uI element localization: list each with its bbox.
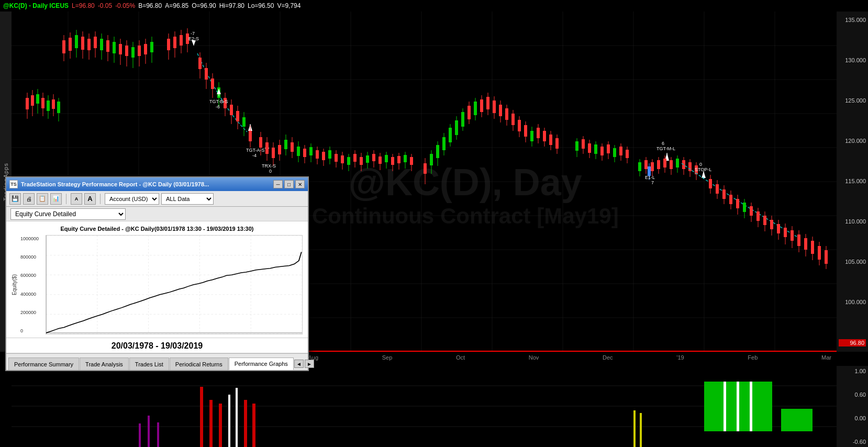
svg-rect-165 [474, 102, 477, 115]
svg-rect-171 [493, 100, 496, 113]
svg-rect-265 [804, 238, 807, 250]
top-bar: @KC(D) - Daily ICEUS L=96.80 -0.05 -0.05… [0, 0, 868, 12]
ts-tabs: Performance Summary Trade Analysis Trade… [6, 353, 308, 370]
volume: V=9,794 [277, 2, 301, 9]
svg-rect-296 [236, 388, 238, 447]
ts-font-small-button[interactable]: A [71, 193, 82, 205]
svg-rect-245 [736, 199, 739, 208]
svg-rect-145 [404, 155, 407, 162]
axis-oct: Oct [456, 354, 465, 365]
tab-trades-list[interactable]: Trades List [129, 357, 169, 370]
svg-rect-123 [335, 154, 338, 162]
ts-tab-next-button[interactable]: ► [305, 360, 314, 368]
svg-rect-75 [198, 58, 202, 69]
svg-rect-293 [209, 400, 213, 447]
svg-rect-306 [46, 236, 302, 334]
svg-rect-87 [230, 105, 233, 115]
svg-text:TGT-A-S: TGT-A-S [246, 148, 265, 153]
svg-rect-95 [249, 131, 252, 141]
ts-titlebar: TS TradeStation Strategy Performance Rep… [6, 177, 308, 191]
ts-chart-container: Equity($) 1000000 800000 600000 400000 2… [12, 235, 303, 334]
price-tick-100: 100.000 [839, 299, 866, 305]
svg-text:E2-S: E2-S [188, 36, 199, 41]
svg-rect-239 [716, 184, 719, 194]
svg-rect-289 [139, 423, 141, 447]
svg-rect-39 [75, 35, 78, 48]
svg-rect-45 [94, 37, 97, 48]
svg-rect-261 [791, 230, 794, 241]
svg-rect-179 [518, 120, 521, 131]
svg-rect-41 [81, 37, 84, 50]
svg-rect-205 [613, 148, 616, 157]
vol-tick-1: 1.00 [839, 368, 866, 374]
svg-text:TRX-S: TRX-S [262, 163, 276, 169]
axis-sep: Sep [382, 354, 393, 365]
svg-rect-191 [555, 138, 559, 149]
ts-restore-button[interactable]: □ [284, 180, 294, 188]
svg-rect-302 [724, 382, 726, 431]
svg-rect-209 [626, 150, 629, 158]
svg-text:-7: -7 [191, 31, 195, 36]
svg-rect-237 [709, 179, 712, 188]
ts-y-ticks-left: 1000000 800000 600000 400000 200000 0 [19, 235, 46, 334]
ts-copy-button[interactable]: 📋 [37, 193, 48, 205]
ts-window-controls[interactable]: ─ □ ✕ [273, 180, 305, 188]
tab-performance-summary[interactable]: Performance Summary [8, 357, 79, 370]
svg-rect-115 [309, 147, 313, 155]
svg-rect-137 [379, 157, 382, 164]
svg-rect-299 [633, 410, 636, 447]
ts-y-axis-label: Equity($) [12, 235, 17, 334]
ts-chart-button[interactable]: 📊 [50, 193, 62, 205]
ts-close-button[interactable]: ✕ [295, 180, 305, 188]
price-pct: -0.05% [115, 2, 135, 9]
svg-text:E1-L: E1-L [645, 175, 655, 180]
open: O=96.90 [192, 2, 216, 9]
ts-account-dropdown[interactable]: Account (USD) [105, 193, 159, 205]
svg-rect-253 [763, 216, 766, 225]
svg-rect-61 [144, 44, 147, 54]
ts-titlebar-left: TS TradeStation Strategy Performance Rep… [9, 180, 209, 188]
svg-rect-159 [455, 120, 458, 135]
svg-rect-49 [106, 40, 109, 52]
svg-rect-91 [242, 117, 246, 127]
ts-minimize-button[interactable]: ─ [273, 180, 283, 188]
ts-tab-prev-button[interactable]: ◄ [294, 360, 304, 368]
ts-font-large-button[interactable]: A [84, 193, 96, 205]
svg-rect-103 [272, 148, 275, 158]
svg-text:7: 7 [651, 180, 654, 185]
svg-rect-51 [113, 42, 116, 53]
svg-rect-77 [205, 68, 208, 80]
svg-rect-290 [148, 416, 150, 447]
svg-rect-215 [638, 162, 641, 171]
svg-rect-35 [62, 40, 65, 53]
svg-rect-31 [52, 99, 55, 109]
svg-rect-219 [651, 162, 654, 171]
ts-data-range-dropdown[interactable]: ALL Data [161, 193, 214, 205]
svg-rect-121 [328, 150, 331, 159]
ts-print-button[interactable]: 🖨 [23, 193, 35, 205]
svg-rect-247 [743, 203, 746, 212]
svg-text:-6: -6 [216, 104, 220, 109]
svg-rect-43 [87, 39, 91, 50]
svg-rect-181 [524, 125, 527, 137]
svg-text:6: 6 [662, 141, 664, 146]
svg-rect-163 [468, 106, 471, 119]
svg-rect-53 [119, 44, 122, 54]
ts-view-dropdown[interactable]: Equity Curve Detailed Equity Curve Trade… [10, 208, 126, 220]
tab-performance-graphs[interactable]: Performance Graphs [229, 357, 294, 370]
svg-rect-143 [397, 156, 400, 163]
svg-rect-207 [619, 147, 622, 155]
svg-rect-151 [430, 154, 433, 165]
svg-rect-294 [219, 404, 222, 447]
ts-tab-arrows[interactable]: ◄ ► [294, 360, 314, 370]
tab-periodical-returns[interactable]: Periodical Returns [170, 357, 228, 370]
ts-save-button[interactable]: 💾 [9, 193, 21, 205]
svg-rect-197 [588, 143, 591, 153]
svg-rect-149 [424, 163, 427, 174]
ts-toolbar-separator [66, 194, 66, 204]
svg-rect-29 [47, 100, 50, 111]
svg-rect-117 [316, 150, 319, 159]
svg-rect-111 [297, 147, 300, 156]
tab-trade-analysis[interactable]: Trade Analysis [80, 357, 129, 370]
svg-rect-183 [530, 131, 533, 141]
